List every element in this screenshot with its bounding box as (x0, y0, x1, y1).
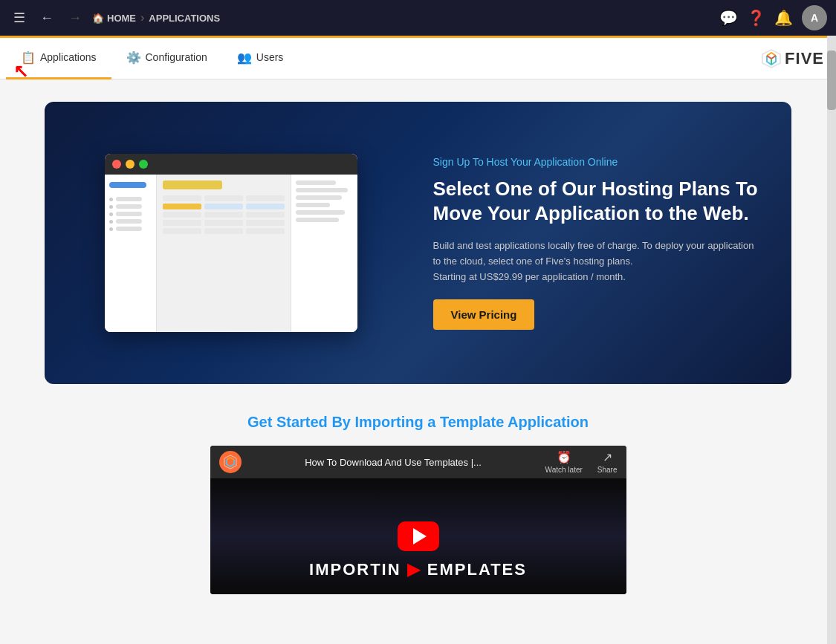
app-window-titlebar (105, 154, 357, 175)
detail-line (296, 180, 336, 185)
home-label: HOME (107, 13, 136, 24)
table-cell (246, 195, 285, 201)
titlebar-yellow-btn (126, 160, 135, 169)
user-avatar[interactable]: A (802, 5, 827, 30)
app-window-mockup (105, 154, 357, 332)
app-sidebar-item (109, 197, 152, 201)
configuration-nav-label: Configuration (146, 51, 207, 63)
navbar-right: 💬 ❓ 🔔 A (719, 5, 827, 30)
table-cell (246, 228, 285, 234)
titlebar-red-btn (112, 160, 121, 169)
sidebar-item-users[interactable]: 👥 Users (222, 38, 299, 79)
help-icon[interactable]: ❓ (747, 9, 765, 27)
youtube-actions: ⏰ Watch later ↗ Share (545, 450, 618, 474)
sidebar-dot (109, 212, 113, 216)
youtube-thumbnail[interactable]: IMPORTIN ▶ EMPLATES (210, 478, 626, 594)
users-icon: 👥 (237, 51, 252, 65)
youtube-video-title: How To Download And Use Templates |... (249, 457, 538, 468)
table-cell (163, 212, 201, 218)
breadcrumb-separator: › (140, 11, 144, 25)
sidebar-line (116, 219, 142, 224)
detail-line (296, 210, 344, 215)
top-navbar: ☰ ← → 🏠 HOME › APPLICATIONS 💬 ❓ 🔔 A (0, 0, 836, 36)
video-text-right: EMPLATES (427, 560, 527, 579)
users-nav-label: Users (256, 51, 284, 63)
sidebar-line (116, 227, 142, 231)
detail-line (296, 195, 342, 200)
view-pricing-button[interactable]: View Pricing (433, 299, 535, 330)
get-started-section: Get Started By Importing a Template Appl… (45, 414, 791, 594)
navbar-left: ☰ ← → 🏠 HOME › APPLICATIONS (9, 7, 713, 29)
app-window-body (105, 175, 357, 332)
table-cell (246, 212, 285, 218)
youtube-text-overlay: IMPORTIN ▶ EMPLATES (210, 560, 626, 579)
sidebar-dot (109, 227, 113, 231)
sidebar-dot (109, 205, 113, 209)
forward-button[interactable]: → (64, 7, 86, 29)
app-sidebar-item (109, 212, 152, 216)
watch-later-label: Watch later (545, 466, 583, 474)
table-cell (204, 212, 243, 218)
hosting-description: Build and test applications locally free… (433, 238, 762, 284)
hosting-card-left (45, 102, 418, 384)
video-text-left: IMPORTIN (309, 560, 401, 579)
sub-nav-items: 📋 Applications ⚙️ Configuration 👥 Users (6, 38, 836, 79)
youtube-play-icon-inline: ▶ (401, 560, 427, 579)
share-label: Share (597, 466, 618, 474)
notifications-icon[interactable]: 🔔 (774, 9, 793, 27)
detail-line (296, 203, 330, 207)
table-cell (163, 204, 201, 209)
applications-nav-label: Applications (40, 51, 97, 63)
table-row-selected (163, 204, 285, 209)
app-table (163, 195, 285, 234)
breadcrumb-current: APPLICATIONS (149, 13, 220, 24)
table-cell (163, 195, 201, 201)
arrow-indicator: ↖ (13, 61, 28, 82)
five-logo-text: FIVE (785, 49, 824, 68)
app-sidebar-item (109, 227, 152, 231)
table-cell (204, 228, 243, 234)
sub-navbar: 📋 Applications ⚙️ Configuration 👥 Users … (0, 38, 836, 79)
configuration-icon: ⚙️ (126, 51, 141, 65)
scrollbar-thumb[interactable] (827, 51, 836, 110)
app-sidebar-header (109, 182, 146, 188)
breadcrumb: 🏠 HOME › APPLICATIONS (92, 11, 220, 25)
sidebar-line (116, 212, 142, 216)
five-logo: FIVE (761, 48, 824, 69)
table-row (163, 212, 285, 218)
home-icon: 🏠 (92, 13, 104, 24)
sidebar-dot (109, 220, 113, 224)
app-main-area (157, 175, 291, 332)
sidebar-dot (109, 198, 113, 201)
table-cell (204, 195, 243, 201)
hosting-title: Select One of Our Hosting Plans To Move … (433, 177, 762, 227)
chat-icon[interactable]: 💬 (719, 9, 738, 27)
play-triangle-icon (413, 528, 427, 544)
titlebar-green-btn (139, 160, 148, 169)
table-row (163, 228, 285, 234)
sidebar-item-configuration[interactable]: ⚙️ Configuration (111, 38, 222, 79)
page-scrollbar[interactable] (827, 36, 836, 644)
five-small-icon (223, 455, 238, 469)
detail-line (296, 218, 339, 222)
hosting-subtitle: Sign Up To Host Your Application Online (433, 156, 762, 168)
sidebar-line (116, 204, 142, 209)
youtube-play-button[interactable] (398, 521, 439, 551)
watch-later-button[interactable]: ⏰ Watch later (545, 450, 583, 474)
table-cell (163, 228, 201, 234)
home-link[interactable]: 🏠 HOME (92, 13, 136, 24)
youtube-embed[interactable]: How To Download And Use Templates |... ⏰… (210, 446, 626, 594)
table-cell (246, 220, 285, 226)
table-row (163, 195, 285, 201)
app-detail-panel (291, 175, 357, 332)
hosting-card: Sign Up To Host Your Application Online … (45, 102, 791, 384)
app-sidebar-item (109, 204, 152, 209)
youtube-topbar: How To Download And Use Templates |... ⏰… (210, 446, 626, 478)
app-sidebar-item (109, 219, 152, 224)
back-button[interactable]: ← (36, 7, 58, 29)
share-button[interactable]: ↗ Share (597, 450, 618, 474)
sidebar-line (116, 197, 142, 201)
share-icon: ↗ (603, 450, 612, 464)
hamburger-menu-button[interactable]: ☰ (9, 7, 30, 29)
hosting-price-text: Starting at US$29.99 per application / m… (433, 271, 626, 282)
